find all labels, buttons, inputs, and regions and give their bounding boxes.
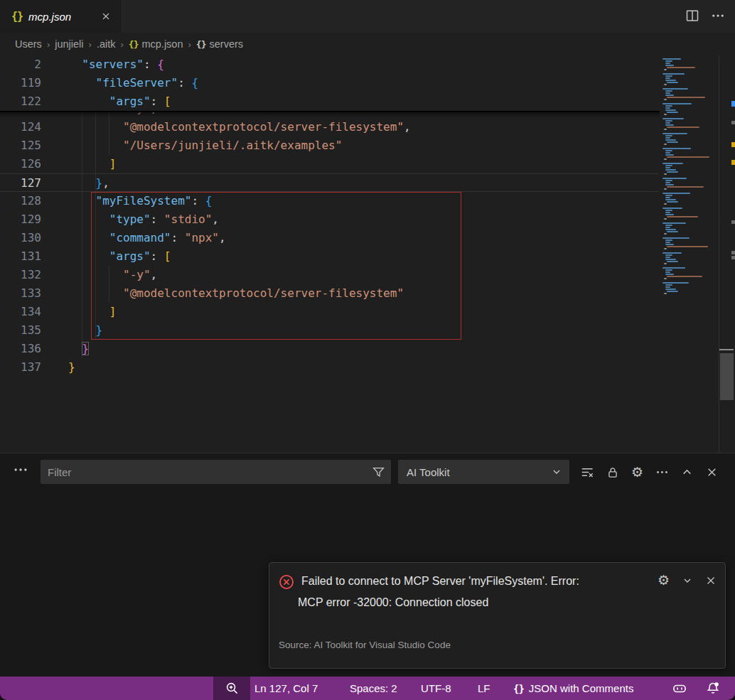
status-language-mode[interactable]: {} JSON with Comments	[513, 677, 633, 700]
line-number[interactable]: 130	[0, 229, 41, 247]
close-panel-icon[interactable]	[704, 465, 719, 480]
status-eol[interactable]: LF	[478, 677, 490, 700]
maximize-panel-icon[interactable]	[680, 465, 694, 480]
code-line[interactable]: 2 "servers": {	[0, 55, 658, 74]
line-number[interactable]: 119	[0, 74, 41, 92]
tab-mcp-json[interactable]: {} mcp.json	[0, 0, 122, 33]
status-encoding[interactable]: UTF-8	[421, 677, 451, 700]
minimap-line	[664, 248, 667, 249]
code-text[interactable]: "fileServer": {	[68, 74, 198, 92]
code-line[interactable]: 126 ]	[0, 155, 658, 173]
code-line[interactable]: 133 "@modelcontextprotocol/server-filesy…	[0, 284, 658, 303]
breadcrumb-item-users[interactable]: Users	[15, 38, 42, 50]
line-number[interactable]: 126	[0, 155, 41, 173]
code-text[interactable]: },	[68, 174, 109, 193]
code-text[interactable]: "-y",	[68, 266, 157, 284]
copilot-icon[interactable]	[671, 677, 688, 700]
minimap-line	[665, 274, 674, 275]
code-text[interactable]: ]	[68, 155, 116, 173]
code-token: ]	[109, 157, 117, 171]
code-text[interactable]: "/Users/junjieli/.aitk/examples"	[68, 136, 342, 155]
split-editor-icon[interactable]	[685, 9, 699, 23]
code-line[interactable]: 127 },	[0, 173, 658, 192]
notification-gear-icon[interactable]: ⚙	[658, 574, 670, 587]
code-text[interactable]: ]	[68, 303, 116, 321]
status-cursor-position[interactable]: Ln 127, Col 7	[254, 677, 318, 700]
line-number[interactable]: 128	[0, 192, 41, 210]
minimap-line	[664, 114, 667, 115]
minimap-line	[665, 65, 674, 66]
code-line[interactable]: 124 "@modelcontextprotocol/server-filesy…	[0, 118, 658, 136]
code-token	[68, 76, 96, 90]
panel-more-icon[interactable]	[655, 465, 670, 480]
code-line[interactable]: 122 "args": [	[0, 92, 658, 111]
code-line[interactable]: 132 "-y",	[0, 266, 658, 284]
tab-close-icon[interactable]	[99, 9, 113, 23]
code-line[interactable]: 128 "myFileSystem": {	[0, 192, 658, 210]
clear-output-icon[interactable]	[580, 465, 595, 480]
code-text[interactable]: }	[68, 340, 89, 358]
code-line[interactable]: 131 "args": [	[0, 247, 658, 266]
notification-bell-icon[interactable]	[705, 677, 721, 700]
code-token: ,	[212, 212, 219, 226]
line-number[interactable]: 132	[0, 266, 41, 284]
code-line[interactable]: 136 }	[0, 340, 658, 358]
line-number[interactable]: 122	[0, 92, 41, 111]
line-number[interactable]: 2	[0, 55, 41, 74]
code-line[interactable]: 135 }	[0, 321, 658, 340]
code-line[interactable]: 119 "fileServer": {	[0, 74, 658, 92]
overview-marker	[731, 121, 735, 124]
code-line[interactable]: 130 "command": "npx",	[0, 229, 658, 247]
zoom-indicator[interactable]	[213, 677, 250, 700]
output-channel-select[interactable]: AI Toolkit	[398, 460, 569, 484]
code-line[interactable]: 134 ]	[0, 303, 658, 321]
code-text[interactable]: "args": [	[68, 92, 171, 111]
status-indentation[interactable]: Spaces: 2	[350, 677, 397, 700]
editor-scrollbar[interactable]	[720, 353, 734, 400]
code-token	[68, 249, 109, 263]
sticky-scroll[interactable]: 2 "servers": {119 "fileServer": {122 "ar…	[0, 55, 660, 111]
minimap-line	[664, 84, 667, 85]
code-line[interactable]: 129 "type": "stdio",	[0, 210, 658, 229]
breadcrumb-item-junjieli[interactable]: junjieli	[55, 38, 83, 50]
notification-close-icon[interactable]	[705, 575, 717, 586]
lock-icon[interactable]	[605, 465, 620, 480]
minimap-line	[664, 144, 667, 145]
code-text[interactable]: }	[68, 358, 75, 377]
breadcrumb-item-aitk[interactable]: .aitk	[97, 38, 116, 50]
overview-marker	[731, 160, 735, 165]
line-number[interactable]: 137	[0, 358, 41, 377]
line-number[interactable]: 124	[0, 118, 41, 136]
line-number[interactable]: 125	[0, 136, 41, 155]
code-text[interactable]: "type": "stdio",	[68, 210, 219, 229]
notification-collapse-icon[interactable]	[682, 575, 693, 586]
panel-more-actions-icon[interactable]	[13, 462, 28, 478]
code-text[interactable]: }	[68, 321, 102, 340]
line-number[interactable]: 129	[0, 210, 41, 229]
minimap[interactable]	[660, 55, 719, 453]
minimap-line	[667, 231, 678, 232]
breadcrumb-item-servers[interactable]: {} servers	[196, 38, 243, 50]
filter-funnel-icon[interactable]	[372, 466, 385, 478]
line-number[interactable]: 127	[0, 174, 41, 193]
code-text[interactable]: "@modelcontextprotocol/server-filesystem…	[68, 284, 404, 303]
line-number[interactable]: 135	[0, 321, 41, 340]
settings-gear-icon[interactable]: ⚙	[630, 465, 645, 480]
line-number[interactable]: 131	[0, 247, 41, 266]
code-line[interactable]: 137}	[0, 358, 658, 377]
breadcrumb-item-mcp-json[interactable]: {} mcp.json	[129, 38, 183, 50]
code-text[interactable]: "command": "npx",	[68, 229, 226, 247]
line-number[interactable]: 136	[0, 340, 41, 358]
line-number[interactable]: 133	[0, 284, 41, 303]
line-number[interactable]: 134	[0, 303, 41, 321]
minimap-line	[665, 225, 672, 226]
code-text[interactable]: "args": [	[68, 247, 171, 266]
editor-more-actions-icon[interactable]	[711, 9, 725, 23]
minimap-line	[665, 63, 670, 64]
code-editor[interactable]: 123 "-y",124 "@modelcontextprotocol/serv…	[0, 55, 735, 453]
code-text[interactable]: "@modelcontextprotocol/server-filesystem…	[68, 118, 411, 136]
filter-input[interactable]	[41, 466, 372, 478]
code-text[interactable]: "myFileSystem": {	[68, 192, 212, 210]
code-text[interactable]: "servers": {	[68, 55, 164, 74]
code-line[interactable]: 125 "/Users/junjieli/.aitk/examples"	[0, 136, 658, 155]
